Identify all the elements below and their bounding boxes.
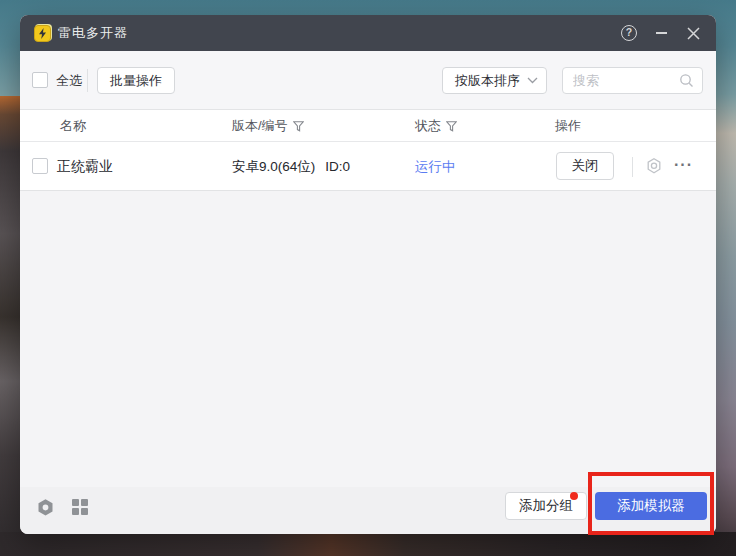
row-divider <box>632 157 633 177</box>
emulator-list-empty-area <box>20 191 716 487</box>
more-options-button[interactable]: ··· <box>674 142 693 191</box>
row-checkbox[interactable] <box>32 158 48 174</box>
column-header-operations: 操作 <box>555 110 581 142</box>
column-header-version: 版本/编号 <box>232 110 304 142</box>
grid-square <box>72 508 79 515</box>
sort-dropdown-value: 按版本排序 <box>455 72 527 90</box>
grid-square <box>81 508 88 515</box>
close-button[interactable] <box>678 15 708 51</box>
app-window: 雷电多开器 ? 全选 批量操作 按版本排序 <box>20 15 716 534</box>
column-header-name: 名称 <box>60 110 86 142</box>
status-badge: 运行中 <box>415 142 456 191</box>
titlebar: 雷电多开器 ? <box>20 15 716 51</box>
add-emulator-button[interactable]: 添加模拟器 <box>595 492 707 520</box>
close-icon <box>687 27 700 40</box>
row-settings-button[interactable] <box>644 156 664 176</box>
footer-bar: 添加分组 添加模拟器 <box>20 487 716 534</box>
grid-square <box>81 499 88 506</box>
select-all-checkbox[interactable] <box>32 72 48 88</box>
settings-button[interactable] <box>36 498 55 517</box>
filter-icon[interactable] <box>446 121 457 132</box>
emulator-name: 正统霸业 <box>57 142 113 191</box>
wallpaper-mountain-left <box>0 96 21 556</box>
batch-operations-button[interactable]: 批量操作 <box>97 67 175 94</box>
table-header: 名称 版本/编号 状态 操作 <box>20 110 716 142</box>
minimize-icon <box>656 32 667 34</box>
search-icon <box>679 73 694 88</box>
emulator-row: 正统霸业 安卓9.0(64位)ID:0 运行中 关闭 ··· <box>20 142 716 191</box>
question-mark-icon: ? <box>621 25 637 41</box>
emulator-version: 安卓9.0(64位)ID:0 <box>232 142 350 191</box>
toolbar-divider <box>87 69 88 92</box>
minimize-button[interactable] <box>646 15 676 51</box>
stop-emulator-button[interactable]: 关闭 <box>556 152 614 180</box>
filter-icon[interactable] <box>293 121 304 132</box>
notification-dot <box>570 492 578 500</box>
gear-solid-icon <box>36 498 55 517</box>
help-button[interactable]: ? <box>614 15 644 51</box>
search-box <box>562 67 703 94</box>
toolbar: 全选 批量操作 按版本排序 <box>20 51 716 110</box>
wallpaper-mountain-bottom <box>0 532 736 556</box>
add-group-button[interactable]: 添加分组 <box>505 492 587 520</box>
gear-outline-icon <box>645 157 663 175</box>
grid-square <box>72 499 79 506</box>
search-input[interactable] <box>573 73 679 88</box>
layout-grid-button[interactable] <box>72 499 88 515</box>
select-all-label: 全选 <box>56 72 82 89</box>
window-title: 雷电多开器 <box>58 15 128 51</box>
column-header-status: 状态 <box>415 110 457 142</box>
chevron-down-icon <box>527 77 538 84</box>
sort-dropdown[interactable]: 按版本排序 <box>442 67 547 94</box>
app-logo-icon <box>34 25 51 42</box>
emulator-id: ID:0 <box>325 159 350 174</box>
